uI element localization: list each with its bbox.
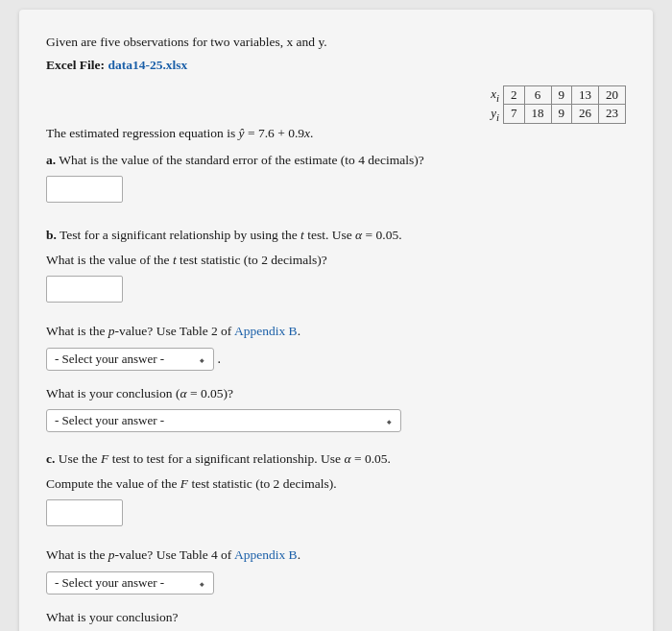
part-b-section: b. Test for a significant relationship b… — [46, 226, 626, 440]
period-1: . — [218, 352, 222, 366]
part-c-conclusion-question: What is your conclusion? — [46, 608, 626, 627]
x-val-4: 13 — [572, 85, 599, 105]
part-c-text: Use the F test to test for a significant… — [59, 451, 391, 466]
part-a-question: a. What is the value of the standard err… — [46, 151, 626, 170]
part-c-f-question: Compute the value of the F test statisti… — [46, 474, 626, 494]
x-val-3: 9 — [551, 85, 572, 105]
x-row-label: xi — [484, 85, 503, 105]
page-card: Given are five observations for two vari… — [19, 10, 653, 631]
y-val-5: 23 — [599, 105, 626, 124]
part-b-pvalue-select[interactable]: - Select your answer - ⬥ — [46, 348, 214, 371]
part-a-text: What is the value of the standard error … — [59, 153, 423, 167]
y-val-3: 9 — [551, 105, 572, 124]
table-row-x: xi 2 6 9 13 20 — [484, 85, 625, 105]
data-table-wrapper: xi 2 6 9 13 20 yi 7 18 9 26 23 — [46, 85, 626, 124]
y-val-1: 7 — [504, 105, 525, 124]
part-c-f-input[interactable] — [46, 499, 123, 526]
file-link[interactable]: data14-25.xlsx — [108, 58, 187, 72]
part-a-label: a. — [46, 153, 56, 167]
x-val-1: 2 — [504, 85, 525, 105]
data-table: xi 2 6 9 13 20 yi 7 18 9 26 23 — [484, 85, 626, 124]
chevron-icon-1: ⬥ — [199, 353, 205, 365]
part-c-pvalue-select-label: - Select your answer - — [55, 575, 164, 591]
part-b-conclusion-select-label: - Select your answer - — [55, 413, 164, 428]
appendix-b-link-2[interactable]: Appendix B — [234, 547, 298, 562]
intro-file-line: Excel File: data14-25.xlsx — [46, 56, 626, 75]
part-b-conclusion-select[interactable]: - Select your answer - ⬥ — [46, 409, 401, 432]
chevron-icon-3: ⬥ — [199, 577, 205, 589]
y-val-2: 18 — [524, 105, 551, 124]
part-b-pvalue-question: What is the p-value? Use Table 2 of Appe… — [46, 322, 626, 341]
part-b-question: b. Test for a significant relationship b… — [46, 226, 626, 245]
part-a-section: a. What is the value of the standard err… — [46, 151, 626, 216]
table-row-y: yi 7 18 9 26 23 — [484, 105, 625, 124]
y-row-label: yi — [484, 105, 503, 124]
chevron-icon-2: ⬥ — [386, 415, 393, 426]
y-val-4: 26 — [572, 105, 599, 124]
intro-line1: Given are five observations for two vari… — [46, 33, 626, 52]
part-b-t-question: What is the value of the t test statisti… — [46, 251, 626, 270]
intro-section: Given are five observations for two vari… — [46, 33, 626, 76]
part-c-pvalue-question: What is the p-value? Use Table 4 of Appe… — [46, 546, 626, 565]
intro-text-main: Given are five observations for two vari… — [46, 35, 327, 49]
part-c-question: c. Use the F test to test for a signific… — [46, 449, 626, 469]
part-b-label: b. — [46, 228, 57, 242]
part-c-pvalue-select[interactable]: - Select your answer - ⬥ — [46, 571, 214, 595]
part-b-t-input[interactable] — [46, 276, 123, 303]
equation-line: The estimated regression equation is ŷ =… — [46, 126, 626, 141]
part-b-pvalue-select-label: - Select your answer - — [55, 352, 164, 367]
part-b-text: Test for a significant relationship by u… — [60, 228, 402, 242]
x-val-2: 6 — [524, 85, 551, 105]
x-val-5: 20 — [599, 85, 626, 105]
part-b-conclusion-question: What is your conclusion (α = 0.05)? — [46, 384, 626, 403]
part-c-section: c. Use the F test to test for a signific… — [46, 449, 626, 631]
file-prefix: Excel File: — [46, 58, 108, 72]
part-a-input[interactable] — [46, 176, 123, 203]
appendix-b-link-1[interactable]: Appendix B — [234, 324, 298, 338]
part-c-label: c. — [46, 451, 55, 466]
